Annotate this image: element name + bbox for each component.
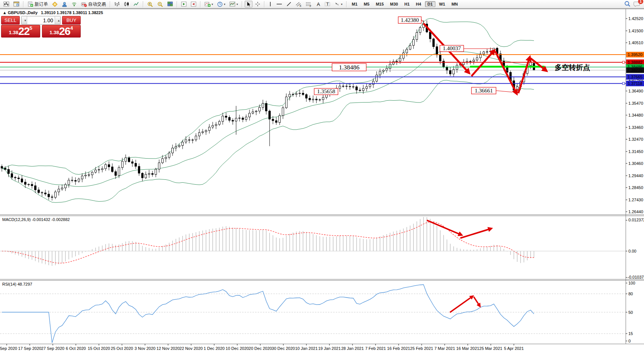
volume-increase-button[interactable]: ▲ [55,16,60,24]
cursor-tool-icon[interactable] [245,1,252,7]
volume-input[interactable] [27,16,55,24]
svg-text:T: T [326,2,329,6]
svg-text:1.29440: 1.29440 [628,173,643,178]
separator [200,1,201,7]
svg-text:6 Oct 2020: 6 Oct 2020 [66,346,86,351]
periods-icon[interactable]: ▾ [216,1,227,8]
svg-text:1.38882: 1.38882 [628,60,643,65]
trendline-tool-icon[interactable] [285,1,293,7]
zoom-out-icon[interactable] [156,1,165,8]
bid-pipette: 5 [29,26,32,30]
timeframe-M30[interactable]: M30 [387,1,400,7]
add-indicator-icon[interactable]: ▾ [203,1,215,8]
market-icon[interactable] [60,1,69,8]
svg-text:1.38486: 1.38486 [339,64,359,71]
svg-text:1.33460: 1.33460 [628,125,643,130]
autotrading-label: 自动交易 [88,1,106,7]
timeframe-MN[interactable]: MN [449,1,460,7]
timeframe-M15[interactable]: M15 [373,1,386,7]
volume-box: ▼ ▲ [21,16,61,25]
search-icon[interactable] [624,1,631,7]
svg-text:15: 15 [628,331,633,336]
svg-text:1 Dec 2020: 1 Dec 2020 [204,346,225,351]
svg-text:7 Mar 2021: 7 Mar 2021 [434,346,455,351]
timeframe-M5[interactable]: M5 [361,1,372,7]
vertical-line-tool-icon[interactable] [267,1,274,7]
crosshair-tool-icon[interactable] [254,1,262,7]
dropdown-caret-icon: ▾ [341,3,342,6]
time-axis: 8 Sep 202017 Sep 202027 Sep 20206 Oct 20… [0,344,524,351]
chart-canvas[interactable]: 1.423801.400371.384861.366611.35658多空转折点… [0,9,644,351]
svg-text:1.32470: 1.32470 [628,137,643,142]
channel-tool-icon[interactable]: E [294,1,303,8]
signals-icon[interactable] [70,1,78,8]
macd-labels: MACD(12,26,9) -0.001432 -0.0028820.01237… [0,217,644,279]
toolbar: 新订单 自动交易 [0,0,644,9]
svg-text:50: 50 [628,310,633,315]
templates-icon[interactable]: ▾ [228,1,239,7]
chart-shift-icon[interactable] [189,1,198,7]
svg-text:15 Oct 2020: 15 Oct 2020 [88,346,110,351]
metaeditor-icon[interactable] [51,1,59,8]
new-chart-icon[interactable] [2,1,11,7]
svg-text:5 Apr 2021: 5 Apr 2021 [504,346,524,351]
sell-button[interactable]: SELL [1,16,20,25]
svg-text:7 Feb 2021: 7 Feb 2021 [365,346,386,351]
timeframe-W1[interactable]: W1 [437,1,448,7]
svg-text:1.38225: 1.38225 [628,68,643,72]
price-axis: 1.425201.415001.405101.374801.364901.354… [626,16,644,214]
timeframe-H4[interactable]: H4 [413,1,424,7]
bid-big-digits: 22 [18,26,29,37]
ask-small-digits: 1.38 [49,29,59,37]
rsi-arrows[interactable] [450,296,480,312]
buy-button[interactable]: BUY [62,16,81,25]
separator [177,1,177,7]
svg-text:1.39520: 1.39520 [628,52,643,57]
svg-text:0.012372: 0.012372 [628,218,644,222]
arrows-tool-icon[interactable]: ▾ [333,1,344,7]
bid-quote[interactable]: 1.38 22 5 [1,25,40,38]
svg-text:1.37118: 1.37118 [628,81,643,86]
macd-arrows[interactable] [427,220,492,238]
svg-text:28 Jan 2021: 28 Jan 2021 [341,346,364,351]
svg-text:16 Feb 2021: 16 Feb 2021 [387,346,410,351]
volume-decrease-button[interactable]: ▼ [22,16,27,24]
horizontal-line-tool-icon[interactable] [275,1,284,7]
auto-scroll-icon[interactable] [180,1,188,7]
symbol-header: ▲ GBPUSD-,Daily 1.39110 1.39178 1.38011 … [3,10,103,15]
svg-text:F: F [310,4,311,7]
svg-text:10 Jan 2021: 10 Jan 2021 [295,346,318,351]
autotrading-button[interactable]: 自动交易 [80,0,107,8]
svg-text:10 Dec 2020: 10 Dec 2020 [226,346,249,351]
line-chart-mode-icon[interactable] [132,1,141,7]
svg-text:20 Dec 2020: 20 Dec 2020 [249,346,272,351]
new-order-button[interactable]: 新订单 [26,0,49,8]
notifications-icon[interactable]: 1 [634,1,640,7]
timeframe-H1[interactable]: H1 [402,1,412,7]
timeframe-M1[interactable]: M1 [349,1,360,7]
rsi-pane [0,285,626,343]
fibonacci-tool-icon[interactable]: F [304,1,313,8]
bid-small-digits: 1.38 [9,29,18,37]
candlestick-mode-icon[interactable] [122,1,131,7]
svg-text:1.40510: 1.40510 [628,40,643,45]
tile-windows-icon[interactable] [166,1,174,7]
dropdown-caret-icon: ▾ [224,3,225,6]
cn-reversal-note[interactable]: 多空转折点 [555,64,590,71]
svg-text:30 Dec 2020: 30 Dec 2020 [272,346,295,351]
timeframe-D1[interactable]: D1 [425,1,435,7]
svg-text:8 Sep 2020: 8 Sep 2020 [0,346,17,351]
zoom-in-icon[interactable] [146,1,155,8]
text-label-tool-icon[interactable]: T [323,1,332,7]
ask-quote[interactable]: 1.38 26 4 [42,25,81,38]
collapse-marker-icon[interactable]: ▲ [3,10,7,15]
autotrading-icon [81,1,87,7]
svg-text:19 Jan 2021: 19 Jan 2021 [318,346,341,351]
text-tool-icon[interactable]: A [314,1,322,7]
svg-text:25 Feb 2021: 25 Feb 2021 [410,346,433,351]
profiles-icon[interactable] [12,1,21,7]
svg-text:1.31450: 1.31450 [628,149,643,154]
svg-text:80: 80 [628,292,633,296]
dropdown-caret-icon: ▾ [212,3,213,6]
bar-chart-mode-icon[interactable] [113,1,121,7]
